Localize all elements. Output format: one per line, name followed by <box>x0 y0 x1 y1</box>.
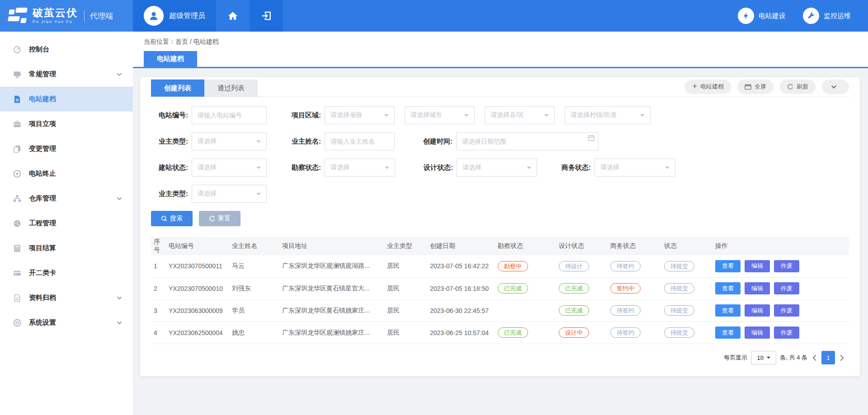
table-row: 4 YX2023062500004 姚忠 广东深圳龙华区观澜镇姚家庄... 居民… <box>151 322 849 344</box>
logout-button[interactable] <box>250 0 283 32</box>
sidebar-item-warehouse-mgmt[interactable]: 仓库管理 <box>0 186 133 211</box>
user-name: 超级管理员 <box>169 11 205 21</box>
edit-button[interactable]: 编辑 <box>745 260 770 272</box>
copy-icon <box>13 145 22 154</box>
sidebar: 控制台 常规管理 电站建档 项 <box>0 32 133 415</box>
province-select[interactable]: 请选择省份 <box>325 106 395 124</box>
town-select[interactable]: 请选择村镇/街道 <box>565 106 651 124</box>
create-time-label: 创建时间: <box>421 137 453 146</box>
content-area: 当前位置：首页 / 电站建档 电站建档 创建列表 通过列表 + 电站建档 <box>133 32 868 415</box>
next-page-button[interactable] <box>840 354 844 361</box>
breadcrumb-current: 电站建档 <box>193 38 219 45</box>
search-icon <box>161 215 167 222</box>
settings-icon <box>13 318 22 327</box>
per-page-label: 每页显示 <box>724 354 747 362</box>
chevron-right-icon <box>840 354 844 361</box>
prev-page-button[interactable] <box>812 354 817 361</box>
sidebar-item-data-archive[interactable]: 资料归档 <box>0 285 133 310</box>
region-label: 项目区域: <box>289 111 321 120</box>
county-select[interactable]: 请选择县/区 <box>485 106 555 124</box>
logo-subtitle: Po Jian Yun Fu <box>33 20 78 24</box>
city-select[interactable]: 请选择城市 <box>405 106 475 124</box>
nav-station-build[interactable]: 电站建设 <box>738 0 786 32</box>
sidebar-item-station-archive[interactable]: 电站建档 <box>0 87 133 112</box>
list-panel: 创建列表 通过列表 + 电站建档 全屏 <box>140 77 860 376</box>
breadcrumb-home[interactable]: 首页 <box>175 38 188 45</box>
tab-underline <box>133 67 868 68</box>
view-button[interactable]: 查看 <box>715 304 741 317</box>
monitor-icon <box>13 70 22 79</box>
sidebar-item-engineering-mgmt[interactable]: 工程管理 <box>0 211 133 236</box>
owner-type2-select[interactable]: 请选择 <box>192 185 267 203</box>
fullscreen-icon <box>745 84 751 90</box>
sidebar-item-console[interactable]: 控制台 <box>0 37 133 62</box>
design-status-badge: 设计中 <box>559 327 589 338</box>
edit-button[interactable]: 编辑 <box>745 304 770 317</box>
filter-form: 电站编号: 项目区域: 请选择省份 请选择城市 请选择县/区 请选择村镇/街道 … <box>151 97 849 226</box>
design-status-badge: 已完成 <box>559 283 589 294</box>
page-size-select[interactable]: 10 <box>751 351 776 364</box>
app-window: 破茧云伏 Po Jian Yun Fu 代理端 超级管理员 <box>0 0 868 415</box>
edit-button[interactable]: 编辑 <box>745 282 770 294</box>
survey-status-label: 勘察状态: <box>289 163 321 172</box>
business-status-badge: 待签约 <box>610 261 641 271</box>
search-button[interactable]: 搜索 <box>151 211 193 226</box>
pagination: 每页显示 10 条, 共 4 条 1 <box>724 351 849 364</box>
sidebar-item-station-terminate[interactable]: 电站终止 <box>0 161 133 186</box>
edit-button[interactable]: 编辑 <box>745 326 770 339</box>
add-station-button[interactable]: + 电站建档 <box>685 79 731 94</box>
sidebar-item-general-mgmt[interactable]: 常规管理 <box>0 62 133 87</box>
top-bar: 破茧云伏 Po Jian Yun Fu 代理端 超级管理员 <box>0 0 868 32</box>
design-status-label: 设计状态: <box>421 163 453 172</box>
void-button[interactable]: 作废 <box>774 326 799 339</box>
void-button[interactable]: 作废 <box>774 304 799 317</box>
tab-create-list[interactable]: 创建列表 <box>151 79 204 97</box>
sidebar-item-system-settings[interactable]: 系统设置 <box>0 310 133 335</box>
target-icon <box>13 169 22 178</box>
sidebar-item-project-initiation[interactable]: 项目立项 <box>0 112 133 136</box>
portal-label: 代理端 <box>84 10 113 22</box>
view-button[interactable]: 查看 <box>715 282 741 294</box>
logo-title: 破茧云伏 <box>33 8 78 18</box>
design-status-select[interactable]: 请选择 <box>457 159 537 177</box>
build-status-select[interactable]: 请选择 <box>192 159 267 177</box>
user-menu[interactable]: 超级管理员 <box>133 0 216 32</box>
plus-icon: + <box>692 82 697 90</box>
station-no-input[interactable] <box>192 106 267 124</box>
view-button[interactable]: 查看 <box>715 326 741 339</box>
void-button[interactable]: 作废 <box>774 282 799 294</box>
home-button[interactable] <box>216 0 250 32</box>
refresh-button[interactable]: 刷新 <box>780 79 816 94</box>
page-number-current[interactable]: 1 <box>821 351 835 364</box>
owner-name-input[interactable] <box>325 132 395 150</box>
collapse-toolbar-button[interactable] <box>822 79 849 94</box>
fullscreen-button[interactable]: 全屏 <box>737 79 774 94</box>
page-tab[interactable]: 电站建档 <box>144 51 197 67</box>
owner-type-label: 业主类型: <box>151 137 188 146</box>
sidebar-item-change-mgmt[interactable]: 变更管理 <box>0 136 133 161</box>
date-range-input[interactable] <box>456 132 599 150</box>
business-status-badge: 待签约 <box>610 305 641 316</box>
sitemap-icon <box>13 194 22 203</box>
view-button[interactable]: 查看 <box>715 260 741 272</box>
nav-monitor-ops[interactable]: 监控运维 <box>803 0 851 32</box>
file-lines-icon <box>13 294 22 303</box>
survey-status-select[interactable]: 请选择 <box>325 159 395 177</box>
station-table: 序号 电站编号 业主姓名 项目地址 业主类型 创建日期 勘察状态 设计状态 商务… <box>151 237 849 344</box>
calculator-icon <box>13 244 22 253</box>
status-badge: 待提交 <box>664 305 694 316</box>
reset-button[interactable]: 重置 <box>199 211 241 226</box>
status-badge: 待提交 <box>664 327 694 338</box>
void-button[interactable]: 作废 <box>774 260 799 272</box>
logo-icon <box>8 7 28 24</box>
sidebar-item-open-card[interactable]: 开二类卡 <box>0 261 133 285</box>
status-badge: 待提交 <box>664 261 694 271</box>
sidebar-item-project-settlement[interactable]: 项目结算 <box>0 236 133 261</box>
table-row: 2 YX2023070500010 刘强东 广东深圳龙华区黄石镇星官大... 居… <box>151 277 849 299</box>
business-status-select[interactable]: 请选择 <box>594 159 675 177</box>
tab-passed-list[interactable]: 通过列表 <box>204 79 258 97</box>
owner-type-select[interactable]: 请选择 <box>192 132 267 150</box>
chevron-down-icon <box>117 73 122 76</box>
chevron-down-icon <box>117 321 122 325</box>
nav-monitor-ops-label: 监控运维 <box>824 12 851 20</box>
